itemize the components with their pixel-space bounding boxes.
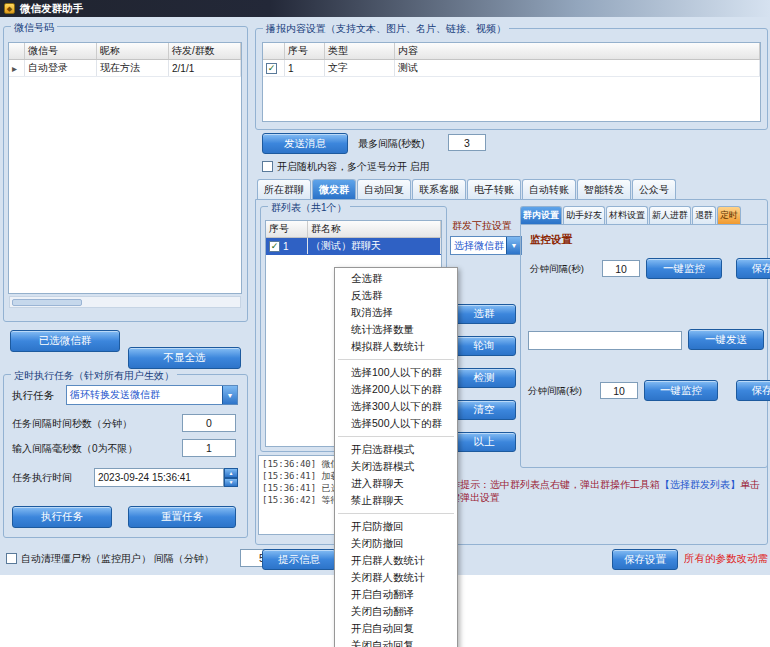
header-cell[interactable]: 微信号	[25, 43, 97, 59]
monitor-row1-input[interactable]: 10	[602, 260, 640, 277]
send-message-button[interactable]: 发送消息	[262, 133, 348, 154]
monitor-section-label: 监控设置	[530, 233, 572, 247]
context-menu-item[interactable]: 统计选择数量	[335, 321, 457, 338]
tab-leave-group[interactable]: 退群	[692, 206, 716, 224]
context-menu-item[interactable]: 关闭群人数统计	[335, 569, 457, 586]
tab-auto-reply[interactable]: 自动回复	[357, 179, 411, 199]
header-cell[interactable]: 昵称	[97, 43, 169, 59]
context-menu-item[interactable]: 关闭防撤回	[335, 535, 457, 552]
context-menu-item[interactable]: 关闭自动翻译	[335, 603, 457, 620]
task-time-spinner[interactable]: ▲ ▼	[224, 468, 238, 487]
monitor-row2-input[interactable]	[528, 331, 682, 350]
tab-timing[interactable]: 定时	[717, 206, 741, 224]
context-menu-item[interactable]: 开启自动回复	[335, 620, 457, 637]
broadcast-table[interactable]: 序号 类型 内容 ✓ 1 文字 测试	[262, 42, 761, 122]
save-settings-button[interactable]: 保存设置	[612, 549, 678, 570]
save-notice-text: 所有的参数改动需要保存生效	[684, 552, 768, 566]
clean-zombie-checkbox[interactable]	[6, 553, 17, 564]
tab-new-member[interactable]: 新人进群	[649, 206, 691, 224]
one-key-monitor-button-2[interactable]: 一键监控	[644, 380, 718, 401]
send-delay-input[interactable]: 1	[182, 439, 236, 457]
tab-auto-transfer[interactable]: 自动转账	[522, 179, 576, 199]
run-task-button[interactable]: 执行任务	[12, 506, 112, 528]
spinner-down-icon[interactable]: ▼	[224, 478, 238, 488]
cell-nickname: 现在方法	[97, 60, 169, 76]
context-menu-item[interactable]: 选择100人以下的群	[335, 364, 457, 381]
titlebar[interactable]: ◆ 微信发群助手	[0, 0, 770, 17]
side-button-1[interactable]: 选群	[452, 304, 516, 324]
header-cell[interactable]: 类型	[325, 43, 395, 59]
select-all-button[interactable]: 不显全选	[128, 347, 241, 369]
task-interval-input[interactable]: 0	[182, 414, 236, 432]
header-cell[interactable]	[263, 43, 285, 59]
clean-zombie-label: 自动清理僵尸粉（监控用户） 间隔（分钟）	[21, 552, 214, 566]
account-table-row[interactable]: ▸ 自动登录 现在方法 2/1/1	[9, 60, 241, 77]
context-menu-item[interactable]: 选择500人以下的群	[335, 415, 457, 432]
tab-material-settings[interactable]: 材料设置	[606, 206, 648, 224]
header-cell[interactable]: 群名称	[308, 221, 441, 237]
reset-task-button[interactable]: 重置任务	[128, 506, 236, 528]
tab-e-transfer[interactable]: 电子转账	[467, 179, 521, 199]
tab-group-send[interactable]: 微发群	[312, 179, 356, 199]
context-menu-item[interactable]: 关闭自动回复	[335, 637, 457, 647]
chevron-down-icon[interactable]: ▼	[506, 237, 521, 254]
tab-official-account[interactable]: 公众号	[632, 179, 676, 199]
monitor-row3-input[interactable]: 10	[600, 382, 638, 399]
header-cell[interactable]: 待发/群数	[169, 43, 241, 59]
context-menu-item[interactable]: 选择200人以下的群	[335, 381, 457, 398]
header-cell[interactable]: 序号	[266, 221, 308, 237]
header-cell[interactable]: 内容	[395, 43, 760, 59]
group-dropdown-select[interactable]: 选择微信群 ▼	[450, 236, 522, 255]
one-key-monitor-button-1[interactable]: 一键监控	[646, 258, 722, 279]
tab-smart-forward[interactable]: 智能转发	[577, 179, 631, 199]
tab-helper-friends[interactable]: 助手好友	[563, 206, 605, 224]
task-time-input[interactable]: 2023-09-24 15:36:41	[94, 468, 224, 487]
selected-groups-button[interactable]: 已选微信群	[10, 330, 120, 352]
context-menu-item[interactable]: 开启选群模式	[335, 441, 457, 458]
side-button-4[interactable]: 清空	[452, 400, 516, 420]
exec-task-select[interactable]: 循环转换发送微信群 ▼	[66, 385, 238, 405]
save-side-button-2[interactable]: 保存	[736, 380, 770, 401]
spinner-up-icon[interactable]: ▲	[224, 468, 238, 478]
tab-group-settings[interactable]: 群内设置	[520, 206, 562, 224]
context-menu-item[interactable]: 开启群人数统计	[335, 552, 457, 569]
cell-type: 文字	[325, 60, 395, 76]
info-button[interactable]: 提示信息	[262, 549, 336, 570]
context-menu-item[interactable]: 反选群	[335, 287, 457, 304]
row-checkbox[interactable]: ✓	[269, 241, 280, 252]
context-menu-item[interactable]: 关闭选群模式	[335, 458, 457, 475]
chevron-down-icon[interactable]: ▼	[222, 386, 237, 404]
group-dropdown-value: 选择微信群	[451, 237, 506, 254]
max-interval-input[interactable]: 3	[448, 134, 486, 151]
account-table[interactable]: 微信号 昵称 待发/群数 ▸ 自动登录 现在方法 2/1/1	[8, 42, 242, 294]
side-button-5[interactable]: 以上	[452, 432, 516, 452]
side-button-2[interactable]: 轮询	[452, 336, 516, 356]
context-menu-item[interactable]: 选择300人以下的群	[335, 398, 457, 415]
context-menu-item[interactable]: 开启防撤回	[335, 518, 457, 535]
group-list-header: 序号 群名称	[266, 221, 441, 238]
screen: ◆ 微信发群助手 微信号码 微信号 昵称 待发/群数 ▸ 自动登录 现在方法 2…	[0, 0, 770, 647]
context-menu-item[interactable]: 进入群聊天	[335, 475, 457, 492]
broadcast-table-row[interactable]: ✓ 1 文字 测试	[263, 60, 760, 77]
side-button-3[interactable]: 检测	[452, 368, 516, 388]
header-cell[interactable]	[9, 43, 25, 59]
context-menu-item[interactable]: 模拟群人数统计	[335, 338, 457, 355]
one-key-send-button[interactable]: 一键发送	[688, 329, 764, 350]
save-side-button-1[interactable]: 保存	[736, 258, 770, 279]
random-content-label: 开启随机内容，多个逗号分开 启用	[277, 160, 430, 174]
scrollbar-thumb[interactable]	[12, 299, 82, 306]
account-table-hscrollbar[interactable]	[9, 296, 241, 308]
group-list-row[interactable]: ✓ 1 （测试）群聊天	[266, 238, 441, 255]
task-group-title: 定时执行任务（针对所有用户生效）	[11, 369, 177, 383]
tab-groups-in[interactable]: 所在群聊	[257, 179, 311, 199]
context-menu-item[interactable]: 取消选择	[335, 304, 457, 321]
max-interval-label: 最多间隔(秒数)	[358, 137, 425, 151]
row-checkbox[interactable]: ✓	[266, 63, 277, 74]
tab-contact-service[interactable]: 联系客服	[412, 179, 466, 199]
cell-group-count: 2/1/1	[169, 60, 241, 76]
context-menu-item[interactable]: 禁止群聊天	[335, 492, 457, 509]
context-menu-item[interactable]: 开启自动翻译	[335, 586, 457, 603]
context-menu-item[interactable]: 全选群	[335, 270, 457, 287]
random-content-checkbox[interactable]	[262, 161, 273, 172]
header-cell[interactable]: 序号	[285, 43, 325, 59]
